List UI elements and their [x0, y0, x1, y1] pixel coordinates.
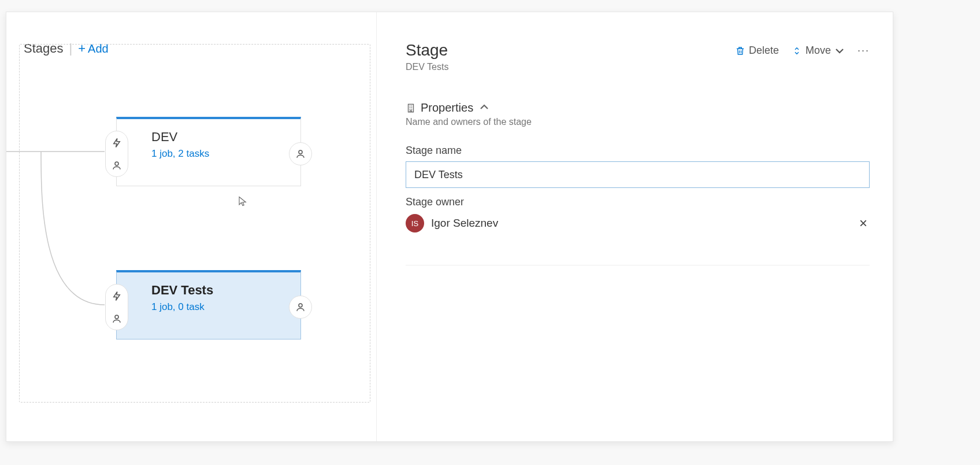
move-button[interactable]: Move — [792, 45, 845, 57]
trash-icon — [735, 46, 745, 56]
ellipsis-icon: ··· — [858, 45, 870, 57]
stage-pre-conditions-button[interactable] — [105, 131, 128, 177]
more-button[interactable]: ··· — [858, 45, 870, 57]
panel-title: Stage — [406, 41, 448, 60]
svg-point-1 — [299, 150, 302, 154]
section-divider — [406, 265, 870, 265]
owner-name: Igor Seleznev — [431, 217, 498, 230]
stage-post-approvers-button[interactable] — [289, 142, 312, 165]
person-icon — [295, 302, 306, 312]
delete-label: Delete — [749, 45, 779, 57]
cursor-icon — [237, 195, 248, 208]
properties-label: Properties — [421, 101, 473, 115]
move-icon — [792, 46, 802, 56]
stage-tasks-link[interactable]: 1 job, 2 tasks — [151, 148, 300, 160]
move-label: Move — [805, 45, 831, 57]
stage-card-dev-tests[interactable]: DEV Tests 1 job, 0 task — [116, 270, 301, 339]
add-label: Add — [88, 42, 109, 56]
stages-header-label: Stages — [24, 41, 64, 56]
add-stage-button[interactable]: + Add — [78, 41, 112, 56]
bolt-icon — [112, 138, 122, 148]
svg-point-3 — [299, 304, 302, 307]
person-icon — [295, 149, 306, 159]
header-divider: | — [69, 41, 73, 56]
bolt-icon — [112, 291, 122, 301]
stage-title: DEV Tests — [151, 283, 300, 298]
chevron-up-icon — [479, 102, 489, 114]
stage-card-dev[interactable]: DEV 1 job, 2 tasks — [116, 117, 301, 186]
stage-owner-label: Stage owner — [406, 196, 870, 208]
chevron-down-icon — [834, 46, 845, 56]
properties-description: Name and owners of the stage — [406, 117, 870, 127]
delete-button[interactable]: Delete — [735, 45, 779, 57]
svg-point-0 — [115, 162, 118, 165]
stage-name-label: Stage name — [406, 145, 870, 157]
plus-icon: + — [78, 41, 86, 56]
stage-name-input[interactable] — [406, 161, 870, 188]
svg-point-2 — [115, 315, 118, 319]
stage-post-approvers-button[interactable] — [289, 296, 312, 319]
stage-title: DEV — [151, 130, 300, 145]
stage-owner-chip[interactable]: IS Igor Seleznev — [406, 214, 498, 232]
panel-subtitle: DEV Tests — [406, 62, 448, 72]
clear-owner-button[interactable]: × — [859, 216, 867, 230]
stage-pre-conditions-button[interactable] — [105, 284, 128, 330]
person-icon — [112, 160, 122, 171]
avatar: IS — [406, 214, 424, 232]
building-icon — [406, 103, 416, 113]
person-icon — [112, 313, 122, 324]
stage-tasks-link[interactable]: 1 job, 0 task — [151, 301, 300, 313]
close-icon: × — [859, 215, 867, 231]
properties-section-header[interactable]: Properties — [406, 101, 870, 115]
